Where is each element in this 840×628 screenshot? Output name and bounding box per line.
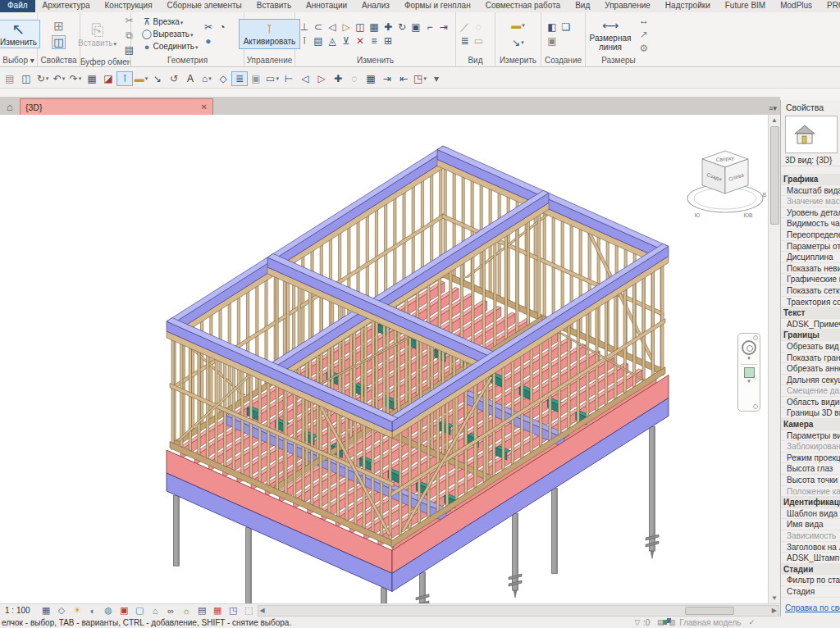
property-row[interactable]: Границы 3D вида (781, 407, 840, 419)
temporary-hide-icon[interactable]: ∞ (163, 604, 179, 617)
property-row[interactable]: Область видимости (781, 397, 840, 408)
properties-help-link[interactable]: Справка по свойствам (785, 603, 840, 612)
ribbon-tab-аннотации[interactable]: Аннотации (299, 0, 354, 12)
ruler-icon[interactable]: ▬ (511, 19, 525, 33)
property-row[interactable]: Параметры отображения (781, 241, 840, 253)
property-row[interactable]: Режим проекции (781, 453, 840, 464)
sync-icon[interactable]: ↻ (34, 71, 51, 86)
property-row[interactable]: Шаблон вида (781, 508, 840, 520)
property-row[interactable]: Дисциплина (781, 252, 840, 263)
scroll-up-icon[interactable]: ▲ (769, 116, 780, 124)
modify-button[interactable]: ↖ Изменить (0, 20, 40, 48)
join-geometry-icon[interactable]: ● (201, 34, 215, 48)
box-component-icon[interactable]: ◧ (546, 20, 559, 34)
overlay-icon[interactable]: ◳ (412, 71, 428, 86)
dimension-icon[interactable]: ▬ (133, 71, 149, 86)
ribbon-tab-вставить[interactable]: Вставить (249, 0, 299, 12)
model-viewport[interactable]: Сверху Сзади Слева В ЮВ Ю ▾ ▾ (0, 115, 768, 603)
ribbon-tab-modplus[interactable]: ModPlus (773, 0, 819, 12)
copy-monitor-icon[interactable]: ▣ (248, 71, 264, 86)
create-group-icon[interactable]: ▣ (546, 34, 559, 48)
group-icon[interactable]: ▦ (363, 71, 379, 86)
legend-component-icon[interactable]: ❏ (559, 20, 573, 34)
cope-item[interactable]: ◯ Вырезать (141, 28, 199, 40)
filter-icon[interactable]: ▽ (632, 617, 643, 627)
property-row[interactable]: Масштаб вида (781, 185, 840, 197)
viewcube[interactable]: Сверху Сзади Слева В ЮВ Ю (673, 139, 768, 226)
dimension-line-button[interactable]: ⟷ Размерная линия (587, 16, 635, 53)
undo-icon[interactable]: ↶ (51, 71, 67, 86)
temp-view-properties-icon[interactable]: ▤ (194, 604, 210, 617)
properties-palette-icon[interactable]: ◫ (52, 35, 66, 49)
steering-wheel-icon[interactable] (742, 340, 756, 355)
property-row[interactable]: Высота глаз (781, 463, 840, 475)
view-type-label[interactable]: 3D вид: {3D} (781, 153, 840, 166)
ribbon-tab-probim-каркас[interactable]: PROBIM.КАРКАС (819, 0, 840, 12)
cut-geometry-icon[interactable]: ✂ (201, 20, 215, 34)
window-icon[interactable]: ▭ (264, 71, 281, 86)
join-item[interactable]: ● Соединить (141, 40, 199, 52)
align-icon[interactable]: ⊥ (298, 20, 312, 34)
hscroll-thumb[interactable] (685, 607, 734, 615)
property-row[interactable]: ADSK_Штамп (781, 553, 840, 564)
ribbon-tab-файл[interactable]: Файл (0, 0, 35, 12)
property-row[interactable]: Заголовок на листе (781, 542, 840, 553)
scroll-left-icon[interactable]: ◀ (260, 606, 265, 616)
navigation-bar[interactable]: ▾ ▾ (737, 333, 760, 412)
property-row[interactable]: Уровень детализации (781, 207, 840, 219)
design-options-icon[interactable]: ▥ (666, 617, 678, 627)
property-row[interactable]: Параметры визуализации (781, 430, 840, 442)
browser-icon[interactable]: ≣ (458, 34, 472, 48)
property-row[interactable]: Обрезать вид (781, 341, 840, 353)
ribbon-tab-вид[interactable]: Вид (568, 0, 597, 12)
trim-icon[interactable]: ⌐ (423, 20, 437, 34)
rendering-icon[interactable]: ◍ (101, 604, 116, 617)
rotate-icon[interactable]: ◌ (346, 71, 363, 86)
property-row[interactable]: Графические параметры (781, 274, 840, 285)
offset-left-icon[interactable]: ⇤ (395, 71, 412, 86)
transfer-icon[interactable]: ◪ (100, 71, 116, 86)
analytical-model-icon[interactable]: ▦ (210, 604, 226, 617)
redo-icon[interactable]: ↷ (67, 71, 84, 86)
scale-button[interactable]: 1 : 100 (0, 606, 39, 615)
show-crop-icon[interactable]: ▢ (132, 604, 148, 617)
property-row[interactable]: Видимость частей (781, 218, 840, 230)
shadows-icon[interactable]: ◐ (85, 604, 101, 617)
property-row[interactable]: ADSK_Примечание (781, 319, 840, 330)
panel-select-label[interactable]: Выбор ▾ (0, 56, 37, 66)
sun-path-icon[interactable]: ☀ (70, 604, 85, 617)
design-option-label[interactable]: Главная модель (679, 618, 741, 627)
offset-right-icon[interactable]: ⇥ (379, 71, 395, 86)
property-row[interactable]: Заблокированная ориентация (781, 441, 840, 453)
detail-level-icon[interactable]: ▦ (39, 604, 54, 617)
pin-icon[interactable]: ⊺ (298, 34, 312, 48)
tab-list-icon[interactable]: ≡▾ (769, 104, 780, 115)
property-row[interactable]: Показать границы обрезки (781, 353, 840, 364)
property-row[interactable]: Показать невидимые линии (781, 263, 840, 275)
property-row[interactable]: Переопределения видимости (781, 230, 840, 241)
wall-joins-icon[interactable]: ⊞ (381, 34, 395, 48)
marker-icon[interactable]: ◇ (215, 71, 231, 86)
mirror-icon[interactable]: ◁ (297, 71, 313, 86)
property-row[interactable]: Стадия (781, 586, 840, 598)
open-icon[interactable]: ▤ (2, 71, 18, 86)
chevron-down-icon[interactable]: ▾ (747, 355, 751, 362)
navbar-option-icon[interactable] (753, 335, 758, 340)
property-row[interactable]: Показать сетку (781, 285, 840, 297)
property-row[interactable]: Зависимость (781, 530, 840, 542)
copy-icon[interactable]: ▣ (409, 20, 423, 34)
offset-icon[interactable]: ⇥ (437, 20, 451, 34)
view-tab-3d[interactable]: {3D} ✕ (20, 98, 213, 115)
ribbon-tab-формы-и-генплан[interactable]: Формы и генплан (397, 0, 478, 12)
cut-geometry-item[interactable]: ⊼ Врезка (141, 16, 199, 28)
measure-icon[interactable]: ↘ (149, 71, 166, 86)
property-row[interactable]: Дальняя секущая плоскость (781, 375, 840, 386)
measure-between-icon[interactable]: ↘ (511, 36, 525, 50)
ribbon-tab-архитектура[interactable]: Архитектура (35, 0, 98, 12)
selection-box-icon[interactable]: ⬚ (241, 604, 257, 617)
property-row[interactable]: Положение камеры (781, 486, 840, 498)
close-icon[interactable]: ✕ (201, 102, 208, 111)
angle-icon[interactable]: ↺ (166, 71, 182, 86)
qat-collapse-icon[interactable]: ▾ (428, 71, 445, 86)
dim-line-icon[interactable]: ↔ (637, 13, 651, 27)
